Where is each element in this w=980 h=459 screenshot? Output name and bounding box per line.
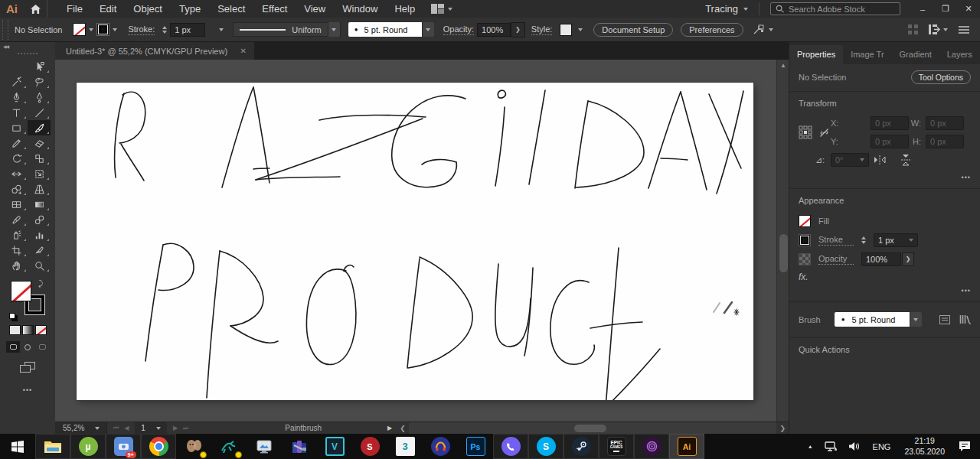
stroke-color-dropdown[interactable] [109, 23, 120, 37]
restore-button[interactable]: ❐ [934, 0, 957, 18]
appearance-fill-label[interactable]: Fill [818, 216, 854, 226]
scroll-left-icon[interactable]: ❮ [397, 425, 409, 432]
tab-gradient[interactable]: Gradient [892, 45, 939, 64]
stroke-weight-stepper[interactable] [162, 26, 167, 34]
brush-libraries-icon[interactable] [959, 314, 971, 324]
mesh-tool[interactable] [5, 197, 28, 212]
gradient-tool[interactable] [28, 197, 51, 212]
menu-type[interactable]: Type [171, 0, 209, 18]
scale-tool[interactable] [28, 151, 51, 166]
tab-close-icon[interactable]: ✕ [240, 47, 247, 55]
constrain-proportions-icon[interactable] [818, 126, 831, 139]
symbol-sprayer-tool[interactable] [5, 227, 28, 243]
taskbar-tor-browser[interactable] [634, 434, 669, 459]
taskbar-vegas[interactable]: V [317, 434, 352, 459]
panel-brush-dropdown[interactable]: ● 5 pt. Round [835, 312, 922, 327]
taskbar-photoshop[interactable]: Ps [458, 434, 493, 459]
type-tool[interactable] [5, 105, 28, 120]
style-label[interactable]: Style: [531, 24, 553, 35]
panel-stroke-stepper[interactable] [861, 236, 866, 244]
selection-tool[interactable] [5, 59, 28, 74]
preferences-button[interactable]: Preferences [681, 23, 743, 37]
taskbar-illustrator[interactable]: Ai [669, 434, 704, 459]
taskbar-teal-app[interactable] [211, 434, 247, 459]
close-button[interactable]: ✕ [957, 0, 980, 18]
taskbar-google-app[interactable]: 9+ [106, 434, 141, 459]
taskbar-utorrent[interactable]: µ [70, 434, 106, 459]
opacity-label[interactable]: Opacity: [443, 24, 474, 35]
menu-view[interactable]: View [296, 0, 334, 18]
w-field[interactable]: 0 px [926, 116, 964, 130]
edit-toolbar-icon[interactable]: ••• [0, 386, 55, 394]
status-flyout-icon[interactable]: ▶ [387, 425, 392, 431]
appearance-more-options-icon[interactable]: ••• [799, 287, 971, 295]
width-tool[interactable] [5, 166, 28, 181]
curvature-tool[interactable] [28, 90, 51, 105]
flip-horizontal-icon[interactable] [874, 155, 886, 165]
zoom-level-dropdown[interactable]: 55,2% [55, 422, 107, 434]
hidden-icons-chevron[interactable]: ▲ [802, 444, 819, 449]
panel-stroke-field[interactable]: 1 px [874, 233, 918, 247]
hand-tool[interactable] [5, 258, 28, 273]
taskbar-paint-tool-sai[interactable]: S [352, 434, 387, 459]
first-artboard-icon[interactable]: ⏮ [113, 425, 119, 432]
line-segment-tool[interactable] [28, 105, 51, 120]
draw-inside-mode[interactable] [35, 341, 49, 353]
column-graph-tool[interactable] [28, 227, 51, 243]
align-icon[interactable] [908, 24, 918, 34]
taskbar-skype[interactable]: S [528, 434, 564, 459]
style-swatch[interactable] [560, 24, 572, 36]
stroke-color-swatch[interactable] [96, 23, 109, 36]
menu-object[interactable]: Object [125, 0, 171, 18]
language-indicator[interactable]: ENG [866, 442, 898, 451]
default-fill-stroke-icon[interactable] [9, 313, 15, 319]
prev-artboard-icon[interactable]: ◀ [124, 425, 129, 431]
search-input[interactable] [789, 5, 888, 14]
brushes-panel-icon[interactable] [939, 315, 950, 324]
zoom-tool[interactable] [28, 258, 51, 273]
panel-grip[interactable] [2, 20, 8, 40]
swap-fill-stroke-icon[interactable]: ⤸ [38, 279, 43, 288]
color-button[interactable] [9, 325, 21, 335]
adobe-stock-search[interactable] [770, 2, 900, 15]
transform-more-options-icon[interactable]: ••• [799, 174, 971, 181]
draw-normal-mode[interactable] [6, 341, 20, 353]
brush-definition-dropdown[interactable]: ● 5 pt. Round [348, 22, 422, 37]
taskbar-3ds-max[interactable]: 3 [387, 434, 423, 459]
artboard-tool[interactable] [5, 243, 28, 258]
eyedropper-tool[interactable] [5, 212, 28, 227]
arrange-documents-button[interactable] [431, 4, 452, 14]
fill-color-dropdown[interactable] [86, 23, 96, 37]
eraser-tool[interactable] [28, 135, 51, 151]
home-icon[interactable] [24, 0, 47, 18]
paintbrush-tool[interactable] [28, 120, 51, 135]
flip-vertical-icon[interactable] [900, 154, 911, 166]
vertical-scroll-thumb[interactable] [779, 234, 788, 272]
none-button[interactable] [35, 325, 47, 335]
horizontal-scroll-track[interactable] [409, 422, 777, 434]
appearance-stroke-swatch[interactable] [799, 234, 811, 246]
document-tab[interactable]: Untitled-3* @ 55,2% (CMYK/GPU Preview) ✕ [55, 42, 254, 60]
appearance-fill-swatch[interactable] [799, 215, 811, 227]
taskbar-epic-games[interactable]: EPIC GAMES [599, 434, 634, 459]
reference-point-selector[interactable] [799, 125, 818, 139]
tab-image-trace[interactable]: Image Tr [843, 45, 891, 64]
rotate-tool[interactable] [5, 151, 28, 166]
taskbar-chrome[interactable] [141, 434, 176, 459]
appearance-stroke-label[interactable]: Stroke [818, 235, 854, 246]
collapse-tools-icon[interactable]: ◀◀ [3, 44, 8, 49]
slice-tool[interactable] [28, 243, 51, 258]
taskbar-file-explorer[interactable] [35, 434, 70, 459]
menu-effect[interactable]: Effect [253, 0, 296, 18]
horizontal-scroll-thumb[interactable] [574, 425, 606, 432]
tool-options-button[interactable]: Tool Options [911, 70, 971, 84]
menu-help[interactable]: Help [386, 0, 423, 18]
free-transform-tool[interactable] [28, 166, 51, 181]
gradient-button[interactable] [22, 325, 34, 335]
magic-wand-tool[interactable] [5, 74, 28, 90]
draw-behind-mode[interactable] [21, 341, 34, 353]
taskbar-viber[interactable] [493, 434, 528, 459]
network-icon[interactable] [819, 441, 843, 452]
appearance-opacity-swatch[interactable] [799, 253, 811, 265]
scroll-up-icon[interactable]: ▲ [777, 62, 789, 69]
